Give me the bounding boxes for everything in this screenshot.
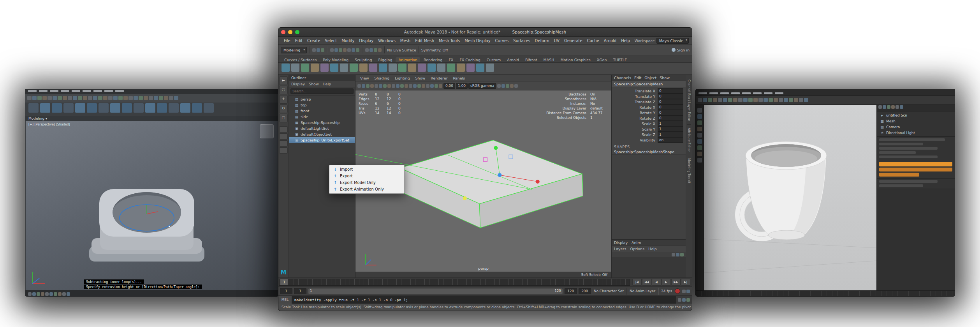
toolbar-icon[interactable] [317, 48, 320, 52]
toolbar-icon[interactable] [682, 290, 686, 293]
toolbar-icon[interactable] [703, 98, 707, 102]
menu-item[interactable]: Surfaces [511, 39, 532, 43]
menu-item[interactable]: Deform [533, 39, 552, 43]
playback-button[interactable]: ▶| [681, 279, 690, 286]
character-set-dropdown[interactable]: No Character Set [593, 289, 625, 293]
sign-in-button[interactable]: Sign in [672, 48, 690, 52]
layer-tab-display[interactable]: Display [614, 240, 628, 245]
shape-node-name[interactable]: Spaceship:SpaceshipMeshShape [612, 149, 686, 155]
toolbar-icon[interactable] [794, 98, 798, 102]
toolbar-icon[interactable] [93, 96, 97, 100]
toolbar-icon[interactable] [396, 84, 399, 88]
layer-menu-item[interactable]: Layers [614, 247, 626, 251]
toolbar-icon[interactable] [39, 90, 48, 92]
layer-tab-anim[interactable]: Anim [632, 240, 641, 245]
channel-label[interactable]: Scale Z [612, 133, 658, 137]
toolbar-icon[interactable] [428, 64, 436, 72]
toolbar-icon[interactable] [98, 96, 102, 100]
toolbar-icon[interactable] [378, 48, 382, 52]
channel-value-field[interactable]: 1 [658, 132, 683, 137]
toolbar-icon[interactable] [45, 292, 49, 296]
toolbar-icon[interactable] [63, 103, 74, 113]
toolbar-icon[interactable] [53, 96, 57, 100]
toolbar-icon[interactable] [87, 103, 97, 113]
live-surface-dropdown[interactable]: No Live Surface [387, 48, 416, 52]
toolbar-icon[interactable] [359, 64, 368, 72]
toolbar-icon[interactable] [676, 253, 679, 256]
toolbar-icon[interactable] [128, 96, 133, 100]
panel-menu-item[interactable]: Lighting [392, 76, 412, 80]
shader-row[interactable] [879, 168, 952, 171]
view-cube[interactable] [260, 124, 274, 138]
menu-item[interactable]: Curves [493, 39, 511, 43]
item-row[interactable]: ▦ Mesh [877, 118, 955, 124]
menu-item[interactable]: Modify [339, 39, 357, 43]
toolbar-icon[interactable] [28, 292, 32, 296]
item-row[interactable]: ▸ untitled Scn [877, 112, 955, 118]
toolbar-icon[interactable] [720, 92, 729, 94]
toolbar-icon[interactable] [347, 48, 351, 52]
panel-menu-item[interactable]: Panels [451, 76, 468, 80]
channel-label[interactable]: Scale X [612, 122, 658, 126]
range-slider[interactable]: 1 120 [308, 288, 563, 294]
channel-label[interactable]: Rotate X [612, 105, 658, 110]
toolbar-icon[interactable] [110, 103, 120, 113]
toolbar-icon[interactable] [392, 84, 395, 88]
zoom-button[interactable] [295, 30, 299, 34]
tool-button[interactable]: ▢ [279, 114, 288, 122]
toolbar-icon[interactable] [408, 64, 416, 72]
toolbar-icon[interactable] [54, 292, 57, 296]
menu-item[interactable]: Mesh [398, 39, 413, 43]
toolbar-icon[interactable] [180, 103, 190, 113]
colorspace-dropdown[interactable]: sRGB gamma [468, 83, 496, 89]
tool-button[interactable]: ► [279, 76, 288, 85]
toolbar-icon[interactable] [697, 127, 702, 131]
toolbar-icon[interactable] [108, 96, 113, 100]
menu-item[interactable]: Select [322, 39, 339, 43]
toolbar-icon[interactable] [748, 98, 753, 102]
toolbar-icon[interactable] [320, 64, 329, 72]
tool-button[interactable]: ↻ [279, 104, 288, 113]
toolbar-icon[interactable] [379, 64, 387, 72]
right-viewport[interactable] [704, 105, 876, 290]
right-timeline[interactable] [696, 290, 955, 296]
outliner-item[interactable]: ▦ Spaceship:Spaceship [289, 120, 355, 125]
toolbar-icon[interactable] [311, 64, 319, 72]
property-bar[interactable] [879, 184, 923, 187]
toolbar-icon[interactable] [58, 292, 62, 296]
toolbar-icon[interactable] [774, 98, 778, 102]
toolbar-icon[interactable] [764, 92, 772, 94]
toolbar-icon[interactable] [67, 292, 70, 296]
outliner-item[interactable]: ▤ front [289, 108, 355, 114]
toolbar-icon[interactable] [62, 292, 66, 296]
toolbar-icon[interactable] [330, 48, 334, 52]
menu-item[interactable]: Display [357, 39, 376, 43]
shader-row[interactable] [879, 173, 919, 177]
toolbar-icon[interactable] [686, 298, 690, 302]
layout-outliner-button[interactable] [279, 147, 288, 154]
toolbar-icon[interactable] [139, 96, 143, 100]
toolbar-icon[interactable] [134, 103, 144, 113]
shelf-tab[interactable]: Sculpting [352, 57, 375, 62]
channel-label[interactable]: Visibility [612, 138, 658, 142]
shelf-tab[interactable]: Bifrost [523, 57, 540, 62]
toolbar-icon[interactable] [157, 103, 167, 113]
toolbar-icon[interactable] [697, 152, 702, 156]
viewport-label[interactable]: [+] [Perspective] [Shaded] [28, 123, 70, 126]
auto-key-button[interactable] [675, 288, 680, 294]
search-input[interactable] [290, 88, 354, 94]
menu-item[interactable]: Windows [376, 39, 398, 43]
toolbar-icon[interactable] [330, 64, 338, 72]
toolbar-icon[interactable] [72, 90, 80, 92]
toolbar-icon[interactable] [83, 96, 87, 100]
channel-value-field[interactable]: 0 [658, 99, 683, 104]
toolbar-icon[interactable] [738, 98, 742, 102]
channel-label[interactable]: Translate Z [612, 100, 658, 104]
mel-command-input[interactable] [292, 296, 676, 304]
channel-value-field[interactable]: 0 [658, 110, 683, 115]
menuset-dropdown[interactable]: Modeling [281, 47, 307, 53]
toolbar-icon[interactable] [169, 103, 179, 113]
toolbar-icon[interactable] [497, 84, 501, 88]
toolbar-icon[interactable] [334, 48, 338, 52]
toolbar-icon[interactable] [291, 64, 299, 72]
